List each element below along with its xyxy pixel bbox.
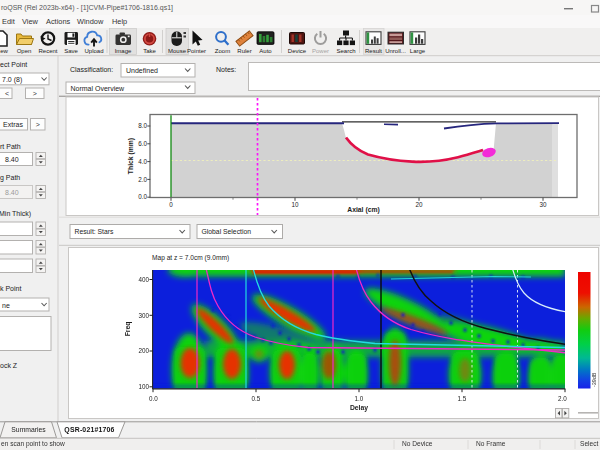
svg-text:No Frame: No Frame [476,440,506,447]
svg-text:Unroll...: Unroll... [385,48,406,54]
svg-text:rt Path: rt Path [0,143,21,150]
svg-text:Help: Help [112,17,127,26]
svg-text:Edit: Edit [2,17,15,26]
svg-text:Normal Overview: Normal Overview [71,85,126,92]
svg-text:Global Selection: Global Selection [202,228,252,235]
svg-text:Auto: Auto [259,48,272,54]
svg-text:Take: Take [143,48,156,54]
svg-text:1.5: 1.5 [458,395,467,402]
svg-text:Result: Stars: Result: Stars [75,228,115,235]
svg-text:Open: Open [17,48,32,54]
svg-text:Freq: Freq [124,322,132,337]
svg-text:Zoom: Zoom [215,48,230,54]
svg-text:ew: ew [0,48,8,54]
svg-text:QSR-021#1706: QSR-021#1706 [64,426,114,434]
svg-text:100: 100 [138,383,149,390]
svg-text:en scan point to show: en scan point to show [1,440,65,448]
svg-text:8.40: 8.40 [5,156,19,163]
svg-text:No Device: No Device [402,440,433,447]
svg-text:400: 400 [138,276,149,283]
svg-text:6.0: 6.0 [138,140,147,147]
svg-text:2.0: 2.0 [138,176,147,183]
svg-text:10: 10 [291,201,299,208]
svg-text:Recent: Recent [38,48,57,54]
svg-text:8.40: 8.40 [5,189,19,196]
svg-text:Map at z = 7.0cm (9.0mm): Map at z = 7.0cm (9.0mm) [152,254,229,262]
svg-text:Search: Search [336,48,355,54]
svg-text:Thick (mm): Thick (mm) [127,138,135,174]
svg-text:1.0: 1.0 [355,395,364,402]
svg-text:8.0: 8.0 [138,122,147,129]
svg-text:20: 20 [415,201,423,208]
svg-text:0.0: 0.0 [138,193,147,200]
svg-text:0: 0 [169,201,173,208]
svg-text:Min Thick): Min Thick) [0,210,31,218]
svg-text:Large: Large [410,48,426,54]
svg-text:Upload: Upload [84,48,103,54]
svg-text:7.0 (8): 7.0 (8) [2,76,22,84]
svg-text:Extras: Extras [3,121,23,128]
svg-text:Power: Power [312,48,329,54]
svg-text:Classification:: Classification: [70,66,113,73]
svg-text:Save: Save [64,48,78,54]
svg-text:30: 30 [539,201,547,208]
svg-text:Undefined: Undefined [126,67,158,74]
svg-text:Summaries: Summaries [11,426,46,433]
svg-text:2.0: 2.0 [558,395,567,402]
svg-text:Actions: Actions [46,17,71,26]
svg-text:<: < [5,90,9,97]
svg-text:Device: Device [288,48,307,54]
svg-text:0.5: 0.5 [252,395,261,402]
svg-text:Axial (cm): Axial (cm) [347,206,379,214]
svg-text:Mouse: Mouse [168,48,187,54]
svg-text:Delay: Delay [350,404,368,412]
svg-text:200: 200 [138,347,149,354]
svg-text:View: View [22,17,39,26]
svg-text:4.0: 4.0 [138,158,147,165]
svg-text:>: > [33,90,37,97]
svg-text:>: > [36,121,40,128]
svg-text:Image: Image [115,48,132,54]
svg-text:k Point: k Point [0,285,21,292]
svg-text:ne: ne [2,302,10,309]
svg-text:Window: Window [77,17,104,26]
svg-text:ect Point: ect Point [0,61,27,68]
svg-text:Result: Result [365,48,382,54]
svg-text:Pointer: Pointer [187,48,206,54]
svg-text:g Path: g Path [0,174,20,182]
svg-text:300: 300 [138,312,149,319]
svg-text:Ruler: Ruler [237,48,251,54]
svg-text:-39dB: -39dB [591,372,597,387]
svg-text:Notes:: Notes: [216,66,236,73]
svg-text:0.0: 0.0 [149,395,158,402]
svg-text:roQSR (Rel 2023b-x64) - [1]C: roQSR (Rel 2023b-x64) - [1]CVM-Pipe#1706… [1,4,173,12]
svg-text:ock Z: ock Z [0,362,18,369]
svg-text:Select: Select [580,440,598,447]
